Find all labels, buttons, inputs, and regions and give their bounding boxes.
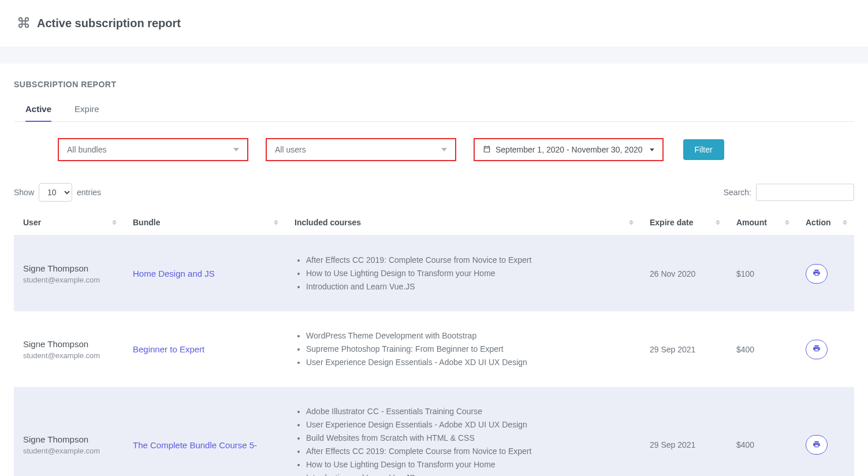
user-cell: Signe Thompsonstudent@example.com xyxy=(14,387,124,476)
expire-cell: 29 Sep 2021 xyxy=(640,311,727,387)
sort-icon xyxy=(785,220,789,225)
command-icon xyxy=(17,16,30,31)
col-amount-label: Amount xyxy=(736,218,767,227)
courses-cell: WordPress Theme Development with Bootstr… xyxy=(285,311,640,387)
tabs: Active Expire xyxy=(14,104,854,122)
chevron-down-icon xyxy=(233,148,239,151)
entries-selector: Show 10 entries xyxy=(14,183,101,202)
course-item: How to Use Lighting Design to Transform … xyxy=(306,267,631,280)
bundle-cell: Home Design and JS xyxy=(124,236,285,312)
bundle-link[interactable]: The Complete Bundle Course 5- xyxy=(133,440,257,450)
bundle-cell: The Complete Bundle Course 5- xyxy=(124,387,285,476)
col-action[interactable]: Action xyxy=(796,210,854,236)
course-list: After Effects CC 2019: Complete Course f… xyxy=(295,254,631,293)
courses-cell: After Effects CC 2019: Complete Course f… xyxy=(285,236,640,312)
course-item: After Effects CC 2019: Complete Course f… xyxy=(306,445,631,458)
date-range-text: September 1, 2020 - November 30, 2020 xyxy=(496,145,643,154)
col-courses[interactable]: Included courses xyxy=(285,210,640,236)
col-action-label: Action xyxy=(806,218,831,227)
print-icon xyxy=(813,344,821,354)
bundle-link[interactable]: Home Design and JS xyxy=(133,269,215,278)
user-select[interactable]: All users xyxy=(266,138,456,161)
print-button[interactable] xyxy=(806,435,828,455)
amount-cell: $400 xyxy=(727,387,796,476)
calendar-icon xyxy=(483,145,491,155)
table-row: Signe Thompsonstudent@example.comThe Com… xyxy=(14,387,854,476)
course-item: Build Websites from Scratch with HTML & … xyxy=(306,432,631,444)
search-input[interactable] xyxy=(756,184,854,201)
page-header: Active subscription report xyxy=(0,0,868,47)
bundle-select-label: All bundles xyxy=(67,145,107,154)
print-button[interactable] xyxy=(806,264,828,284)
page-title: Active subscription report xyxy=(37,17,181,30)
user-select-label: All users xyxy=(275,145,306,154)
table-row: Signe Thompsonstudent@example.comBeginne… xyxy=(14,311,854,387)
user-cell: Signe Thompsonstudent@example.com xyxy=(14,236,124,312)
sort-icon xyxy=(112,220,117,225)
amount-cell: $400 xyxy=(727,311,796,387)
gap-bar xyxy=(0,47,868,64)
search-label: Search: xyxy=(724,188,751,197)
user-email: student@example.com xyxy=(23,351,114,360)
courses-cell: Adobe Illustrator CC - Essentials Traini… xyxy=(285,387,640,476)
entries-select[interactable]: 10 xyxy=(39,183,72,202)
tab-active[interactable]: Active xyxy=(25,104,51,122)
expire-cell: 26 Nov 2020 xyxy=(640,236,727,312)
sort-icon xyxy=(629,220,634,225)
chevron-down-icon xyxy=(650,148,654,151)
col-courses-label: Included courses xyxy=(295,218,361,227)
course-item: Supreme Photoshop Training: From Beginne… xyxy=(306,343,631,355)
sort-icon xyxy=(716,220,720,225)
user-cell: Signe Thompsonstudent@example.com xyxy=(14,311,124,387)
sort-icon xyxy=(843,220,847,225)
col-bundle[interactable]: Bundle xyxy=(124,210,285,236)
print-button[interactable] xyxy=(806,340,828,359)
user-name: Signe Thompson xyxy=(23,339,114,349)
course-item: After Effects CC 2019: Complete Course f… xyxy=(306,254,631,266)
print-icon xyxy=(813,269,821,278)
search-box: Search: xyxy=(724,184,854,201)
amount-cell: $100 xyxy=(727,236,796,312)
action-cell xyxy=(796,236,854,312)
course-item: Adobe Illustrator CC - Essentials Traini… xyxy=(306,406,631,418)
bundle-cell: Beginner to Expert xyxy=(124,311,285,387)
chevron-down-icon xyxy=(441,148,447,151)
col-user[interactable]: User xyxy=(14,210,124,236)
table-row: Signe Thompsonstudent@example.comHome De… xyxy=(14,236,854,312)
course-item: How to Use Lighting Design to Transform … xyxy=(306,459,631,471)
user-email: student@example.com xyxy=(23,276,114,284)
card-title: SUBSCRIPTION REPORT xyxy=(14,80,854,89)
bundle-link[interactable]: Beginner to Expert xyxy=(133,344,204,354)
subscription-table: User Bundle Included courses Expire date… xyxy=(14,210,854,476)
print-icon xyxy=(813,440,821,450)
col-amount[interactable]: Amount xyxy=(727,210,796,236)
col-expire[interactable]: Expire date xyxy=(640,210,727,236)
course-item: WordPress Theme Development with Bootstr… xyxy=(306,330,631,342)
user-name: Signe Thompson xyxy=(23,263,114,273)
show-label: Show xyxy=(14,188,34,197)
course-list: Adobe Illustrator CC - Essentials Traini… xyxy=(295,406,631,476)
col-expire-label: Expire date xyxy=(650,218,693,227)
course-item: Introduction and Learn Vue.JS xyxy=(306,281,631,293)
sort-icon xyxy=(274,220,278,225)
user-email: student@example.com xyxy=(23,447,114,455)
tab-expire[interactable]: Expire xyxy=(74,104,99,122)
filter-button[interactable]: Filter xyxy=(683,139,724,160)
course-item: Introduction and Learn Vue.JS xyxy=(306,472,631,476)
entries-label: entries xyxy=(77,188,101,197)
action-cell xyxy=(796,387,854,476)
action-cell xyxy=(796,311,854,387)
col-user-label: User xyxy=(23,218,41,227)
col-bundle-label: Bundle xyxy=(133,218,160,227)
bundle-select[interactable]: All bundles xyxy=(58,138,248,161)
filters-row: All bundles All users September 1, 2020 … xyxy=(14,138,854,161)
date-range-picker[interactable]: September 1, 2020 - November 30, 2020 xyxy=(474,138,664,161)
expire-cell: 29 Sep 2021 xyxy=(640,387,727,476)
table-controls: Show 10 entries Search: xyxy=(14,183,854,202)
user-name: Signe Thompson xyxy=(23,434,114,444)
report-card: SUBSCRIPTION REPORT Active Expire All bu… xyxy=(0,64,868,476)
course-item: User Experience Design Essentials - Adob… xyxy=(306,419,631,431)
course-list: WordPress Theme Development with Bootstr… xyxy=(295,330,631,369)
course-item: User Experience Design Essentials - Adob… xyxy=(306,356,631,369)
